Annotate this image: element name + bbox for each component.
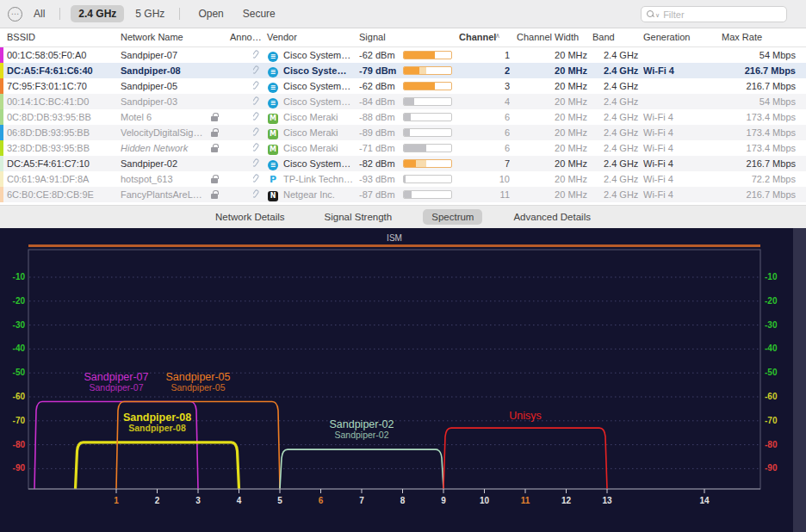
bssid-cell: 7C:95:F3:01:1C:70 [7,78,115,94]
toolbar: … All2.4 GHz5 GHzOpenSecure ∨ [0,0,806,28]
col-channel[interactable]: Channel [459,32,496,42]
network-name-cell: Sandpiper-03 [121,94,207,109]
max-rate-cell: 216.7 Mbps [706,78,796,94]
detail-tabs: Network DetailsSignal StrengthSpectrumAd… [0,205,806,228]
vendor-icon-cell: M [268,125,281,140]
curve-sublabel: Sandpiper-08 [128,423,186,433]
lock-icon [211,116,218,121]
network-table: 00:1C:58:05:F0:A0Sandpiper-07≡Cisco Syst… [0,47,806,202]
annotation-cell[interactable] [253,125,264,140]
bssid-cell: 0C:8D:DB:93:95:BB [7,109,115,125]
signal-strength-bar [403,175,452,183]
table-row[interactable]: 00:1C:58:05:F0:A0Sandpiper-07≡Cisco Syst… [0,47,806,63]
annotation-cell[interactable] [253,109,264,125]
signal-bar-fill [404,98,414,105]
network-name-cell: Sandpiper-05 [121,78,207,94]
generation-cell: Wi-Fi 4 [643,171,695,187]
channel-label: 8 [400,496,406,505]
signal-bar-fill [404,176,406,182]
tab-spectrum[interactable]: Spectrum [423,209,482,225]
col-bssid[interactable]: BSSID [7,32,35,42]
filter-input[interactable] [663,9,766,20]
annotation-cell[interactable] [253,156,264,171]
filter-search-box[interactable]: ∨ [641,6,787,22]
filter-segment-open[interactable]: Open [190,5,231,22]
col-generation[interactable]: Generation [643,32,690,42]
annotation-cell[interactable] [253,47,264,63]
table-row[interactable]: 6C:B0:CE:8D:CB:9EFancyPlantsAreLoudNNetg… [0,187,806,202]
tab-network-details[interactable]: Network Details [207,209,294,225]
tab-advanced-details[interactable]: Advanced Details [505,209,599,225]
filter-segment-5-ghz[interactable]: 5 GHz [127,5,172,22]
bssid-cell: 32:8D:DB:93:95:BB [7,140,115,156]
tab-signal-strength[interactable]: Signal Strength [316,209,401,225]
y-tick-label-right: -30 [765,320,778,330]
curve-label: Sandpiper-05 [165,371,230,383]
ellipsis-circle-icon: … [11,8,20,16]
filter-segment-secure[interactable]: Secure [235,5,283,22]
channel-width-cell: 20 MHz [515,171,587,187]
col-vendor[interactable]: Vendor [267,32,297,42]
annotation-cell[interactable] [253,171,264,187]
channel-label: 10 [480,496,490,505]
max-rate-cell: 173.4 Mbps [706,109,796,125]
band-cell: 2.4 GHz [604,78,643,94]
y-tick-label-right: -90 [765,463,778,473]
table-row[interactable]: 00:14:1C:BC:41:D0Sandpiper-03≡Cisco Syst… [0,94,806,109]
y-tick-label-right: -80 [765,440,778,449]
meraki-logo-icon: M [268,114,278,124]
channel-width-cell: 20 MHz [515,125,587,140]
col-channel-width[interactable]: Channel Width [517,32,579,42]
table-row[interactable]: C0:61:9A:91:DF:8Ahotspot_613PTP-Link Tec… [0,171,806,187]
filter-segment-all[interactable]: All [26,5,53,22]
signal-bar-fill [404,114,411,121]
network-name-cell: Sandpiper-08 [121,63,207,78]
col-signal[interactable]: Signal [359,32,386,42]
col-name[interactable]: Network Name [121,32,183,42]
signal-bar-fill [404,191,412,198]
table-row[interactable]: 7C:95:F3:01:1C:70Sandpiper-05≡Cisco Syst… [0,78,806,94]
cisco-logo-icon: ≡ [268,83,278,93]
col-annotation[interactable]: Anno… [230,32,262,42]
annotation-cell[interactable] [253,187,264,202]
table-row[interactable]: DC:A5:F4:61:C7:10Sandpiper-02≡Cisco Syst… [0,156,806,171]
y-tick-label-left: -60 [13,392,26,401]
channel-cell: 6 [462,140,510,156]
y-tick-label-left: -70 [13,416,26,425]
table-row[interactable]: 06:8D:DB:93:95:BBVelocityDigitalSignageM… [0,125,806,140]
lock-icon [211,194,218,199]
annotation-cell[interactable] [253,63,264,78]
channel-label: 6 [319,496,324,505]
toolbar-divider [59,8,60,20]
curve-sublabel: Sandpiper-05 [170,382,225,393]
cisco-logo-icon: ≡ [268,67,278,77]
col-max-rate[interactable]: Max Rate [722,32,762,42]
generation-cell: Wi-Fi 4 [643,140,695,156]
vendor-cell: Cisco Systems I… [283,47,354,63]
max-rate-cell: 54 Mbps [706,47,796,63]
max-rate-cell: 173.4 Mbps [706,140,796,156]
paperclip-icon [253,96,259,105]
col-band[interactable]: Band [592,32,615,42]
filter-segment-2-4-ghz[interactable]: 2.4 GHz [71,5,124,22]
vendor-cell: Cisco Meraki [283,125,354,140]
paperclip-icon [253,111,259,121]
table-row[interactable]: 0C:8D:DB:93:95:BBMotel 6MCisco Meraki-88… [0,109,806,125]
table-row[interactable]: 32:8D:DB:93:95:BBHidden NetworkMCisco Me… [0,140,806,156]
scan-menu-button[interactable]: … [8,7,22,22]
annotation-cell[interactable] [253,94,264,109]
paperclip-icon [253,173,259,182]
channel-label: 5 [277,496,282,505]
channel-width-cell: 20 MHz [515,94,587,109]
network-name-cell: Sandpiper-07 [121,47,207,63]
annotation-cell[interactable] [253,140,264,156]
signal-bar-fill [404,129,410,136]
band-cell: 2.4 GHz [604,125,643,140]
channel-cell: 6 [462,125,510,140]
lock-icon [211,178,218,183]
lock-cell [211,171,223,188]
table-row[interactable]: DC:A5:F4:61:C6:40Sandpiper-08≡Cisco Syst… [0,63,806,78]
netgear-logo-icon: N [268,191,278,201]
band-cell: 2.4 GHz [604,156,643,171]
annotation-cell[interactable] [253,78,264,94]
